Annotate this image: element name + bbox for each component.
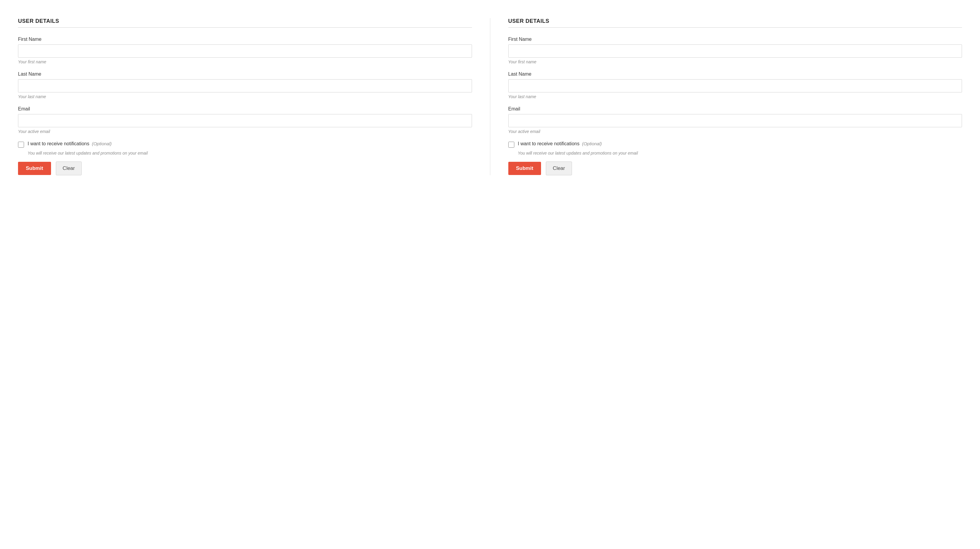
left-optional-label: (Optional): [92, 141, 112, 146]
left-checkbox-group: I want to receive notifications (Optiona…: [18, 141, 472, 148]
left-checkbox-label: I want to receive notifications (Optiona…: [28, 141, 112, 146]
right-email-input[interactable]: [508, 114, 962, 127]
left-submit-button[interactable]: Submit: [18, 162, 51, 175]
right-first-name-group: First Name Your first name: [508, 37, 962, 64]
left-last-name-group: Last Name Your last name: [18, 72, 472, 99]
left-first-name-input[interactable]: [18, 45, 472, 57]
left-email-label: Email: [18, 106, 472, 111]
right-last-name-group: Last Name Your last name: [508, 72, 962, 99]
right-checkbox-group: I want to receive notifications (Optiona…: [508, 141, 962, 148]
right-email-hint: Your active email: [508, 129, 962, 134]
right-email-group: Email Your active email: [508, 106, 962, 134]
left-checkbox-hint: You will receive our latest updates and …: [28, 151, 472, 156]
right-section-title: USER DETAILS: [508, 18, 962, 28]
right-first-name-hint: Your first name: [508, 59, 962, 64]
left-last-name-input[interactable]: [18, 79, 472, 92]
right-last-name-input[interactable]: [508, 79, 962, 92]
left-email-input[interactable]: [18, 114, 472, 127]
left-notifications-checkbox[interactable]: [18, 142, 24, 148]
right-clear-button[interactable]: Clear: [546, 161, 572, 175]
right-checkbox-hint: You will receive our latest updates and …: [518, 151, 962, 156]
left-form-panel: USER DETAILS First Name Your first name …: [18, 18, 490, 175]
right-button-row: Submit Clear: [508, 161, 962, 175]
left-first-name-label: First Name: [18, 37, 472, 42]
right-last-name-label: Last Name: [508, 72, 962, 77]
left-last-name-hint: Your last name: [18, 94, 472, 99]
left-section-title: USER DETAILS: [18, 18, 472, 28]
left-button-row: Submit Clear: [18, 161, 472, 175]
right-submit-button[interactable]: Submit: [508, 162, 541, 175]
right-notifications-checkbox[interactable]: [508, 142, 514, 148]
right-last-name-hint: Your last name: [508, 94, 962, 99]
left-clear-button[interactable]: Clear: [56, 161, 82, 175]
right-optional-label: (Optional): [582, 141, 602, 146]
left-first-name-hint: Your first name: [18, 59, 472, 64]
right-first-name-input[interactable]: [508, 45, 962, 57]
left-email-group: Email Your active email: [18, 106, 472, 134]
left-first-name-group: First Name Your first name: [18, 37, 472, 64]
left-email-hint: Your active email: [18, 129, 472, 134]
left-last-name-label: Last Name: [18, 72, 472, 77]
right-checkbox-label: I want to receive notifications (Optiona…: [518, 141, 602, 146]
right-first-name-label: First Name: [508, 37, 962, 42]
right-email-label: Email: [508, 106, 962, 111]
right-form-panel: USER DETAILS First Name Your first name …: [490, 18, 962, 175]
